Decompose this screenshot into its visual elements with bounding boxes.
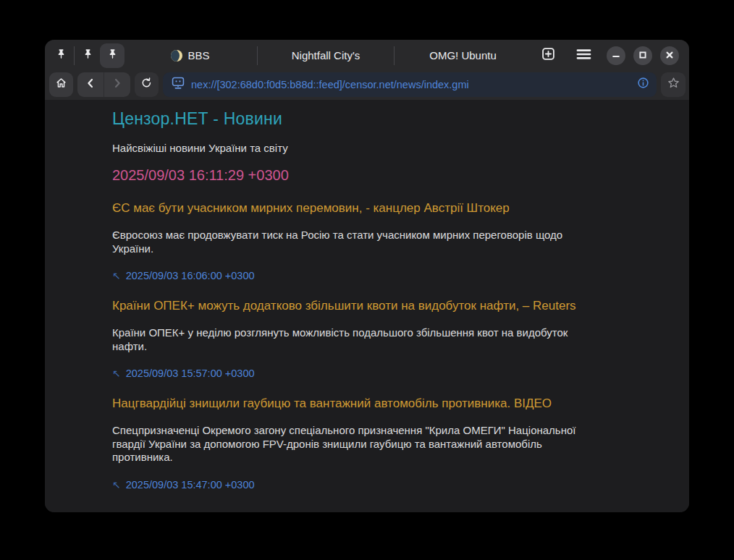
article-link-date: 2025/09/03 15:47:00 +0300 [126, 479, 255, 491]
article-summary: Спецпризначенці Окремого загону спеціаль… [112, 424, 599, 464]
article-summary: Країни ОПЕК+ у неділю розглянуть можливі… [112, 326, 599, 353]
maximize-icon [638, 49, 647, 62]
article-link[interactable]: ↖ 2025/09/03 15:57:00 +0300 [112, 368, 599, 379]
hamburger-icon [576, 48, 591, 63]
back-arrow-icon [85, 77, 96, 92]
pushpin-icon [106, 48, 119, 63]
reload-button[interactable] [135, 72, 159, 97]
feed-timestamp-heading: 2025/09/03 16:11:29 +0300 [112, 167, 599, 184]
news-article: ЄС має бути учасником мирних перемовин, … [112, 201, 599, 281]
article-link[interactable]: ↖ 2025/09/03 15:47:00 +0300 [112, 479, 599, 491]
article-link[interactable]: ↖ 2025/09/03 16:06:00 +0300 [112, 270, 599, 281]
tab-nightfall-citys[interactable]: Nightfall City's [258, 40, 393, 71]
pushpin-icon [82, 48, 94, 63]
star-icon [667, 76, 680, 93]
tab-label: BBS [187, 49, 209, 61]
article-heading: ЄС має бути учасником мирних перемовин, … [112, 201, 599, 216]
reload-icon [140, 77, 153, 92]
tab-label: Nightfall City's [292, 49, 360, 61]
tab-omg-ubuntu[interactable]: OMG! Ubuntu [395, 40, 531, 71]
bookmark-button[interactable] [661, 72, 686, 97]
home-button[interactable] [49, 72, 73, 97]
moon-favicon-icon [171, 50, 182, 61]
nex-monitor-icon [171, 76, 185, 93]
pushpin-icon [55, 48, 67, 63]
article-heading: Країни ОПЕК+ можуть додатково збільшити … [112, 299, 599, 313]
news-article: Країни ОПЕК+ можуть додатково збільшити … [112, 299, 599, 379]
news-article: Нацгвардійці знищили гаубицю та вантажни… [112, 396, 599, 491]
link-arrow-icon: ↖ [112, 270, 121, 281]
maximize-button[interactable] [633, 46, 652, 65]
pinned-tab-2[interactable] [75, 43, 100, 68]
home-icon [54, 76, 68, 93]
page-info-icon[interactable] [637, 77, 649, 92]
minimize-icon [612, 49, 620, 62]
pinned-tab-1[interactable] [48, 43, 73, 68]
link-arrow-icon: ↖ [112, 368, 121, 379]
minimize-button[interactable] [607, 46, 625, 65]
back-button[interactable] [77, 72, 104, 97]
tab-bar: BBS Nightfall City's OMG! Ubuntu [45, 40, 689, 71]
url-text: nex://[302:68d0:f0d5:b88d::feed]/censor.… [191, 79, 631, 90]
close-button[interactable] [660, 46, 679, 65]
tab-divider [74, 46, 75, 65]
forward-arrow-icon [111, 77, 123, 92]
new-tab-button[interactable] [536, 43, 560, 68]
article-heading: Нацгвардійці знищили гаубицю та вантажни… [112, 396, 599, 411]
page-subtitle: Найсвіжіші новини України та світу [112, 142, 599, 154]
page-title: Цензор.НЕТ - Новини [112, 109, 599, 129]
browser-window: BBS Nightfall City's OMG! Ubuntu [45, 40, 689, 512]
history-button-group [77, 72, 130, 97]
article-link-date: 2025/09/03 15:57:00 +0300 [126, 368, 255, 379]
new-tab-plus-icon [541, 47, 555, 64]
link-arrow-icon: ↖ [112, 479, 121, 491]
tab-divider [257, 46, 258, 65]
url-bar[interactable]: nex://[302:68d0:f0d5:b88d::feed]/censor.… [163, 72, 657, 97]
tab-divider [394, 46, 395, 65]
tab-bbs[interactable]: BBS [125, 40, 256, 71]
forward-button[interactable] [104, 72, 130, 97]
article-link-date: 2025/09/03 16:06:00 +0300 [126, 270, 255, 281]
page-content: Цензор.НЕТ - Новини Найсвіжіші новини Ук… [45, 100, 689, 512]
close-icon [665, 49, 674, 62]
pinned-tab-3-active[interactable] [100, 43, 125, 68]
menu-button[interactable] [571, 43, 596, 68]
navigation-bar: nex://[302:68d0:f0d5:b88d::feed]/censor.… [45, 71, 689, 100]
tab-label: OMG! Ubuntu [429, 49, 497, 61]
window-controls [607, 46, 679, 65]
article-summary: Євросоюз має продовжувати тиск на Росію … [112, 229, 599, 255]
